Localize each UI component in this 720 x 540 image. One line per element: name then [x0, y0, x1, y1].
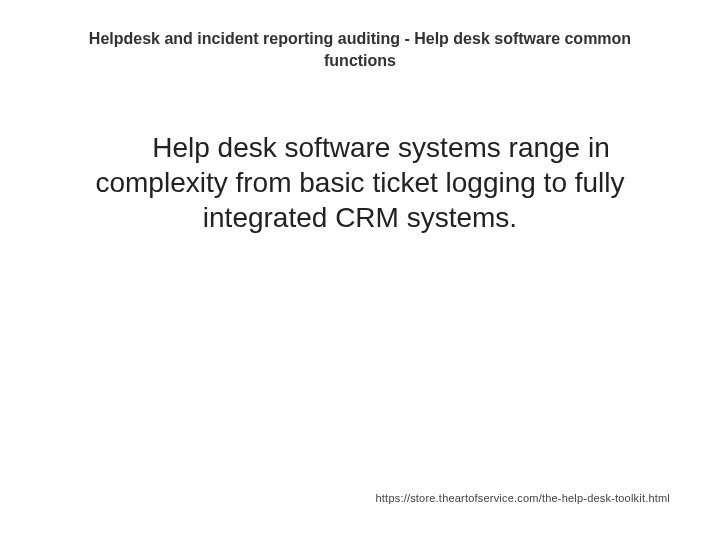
slide-body-text: Help desk software systems range in comp…	[60, 130, 660, 235]
slide: Helpdesk and incident reporting auditing…	[0, 0, 720, 540]
slide-title: Helpdesk and incident reporting auditing…	[80, 28, 640, 71]
footer-url: https://store.theartofservice.com/the-he…	[0, 492, 670, 504]
